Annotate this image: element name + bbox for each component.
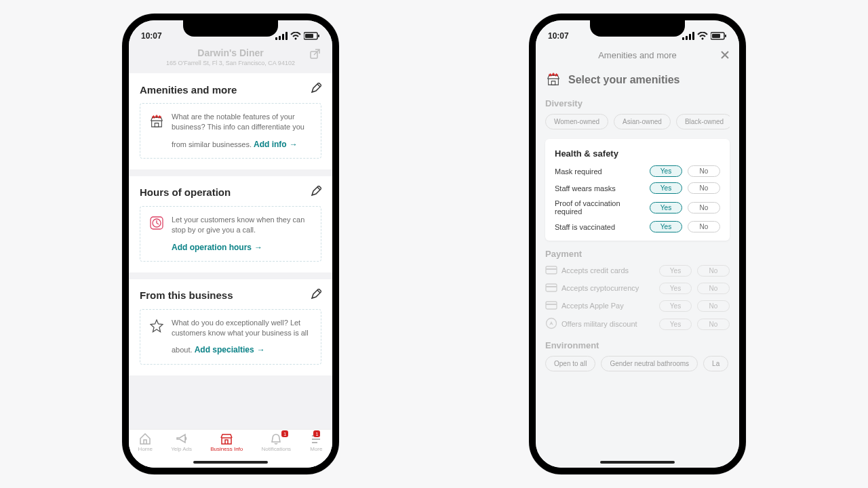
device-notch [590,20,685,37]
credit-card-icon [545,264,556,277]
mask-required-no[interactable]: No [688,165,720,177]
device-notch [183,20,278,37]
credit-card-icon [545,300,556,312]
military-yes[interactable]: Yes [659,319,692,330]
card-hours: Hours of operation Let your customers kn… [129,176,332,272]
tab-home-label: Home [138,446,153,452]
tab-home[interactable]: Home [138,432,153,452]
modal-title: Amenities and more [598,50,677,60]
chip-gender-neutral[interactable]: Gender neutral bathrooms [601,356,698,371]
proof-vax-no[interactable]: No [688,202,720,214]
staff-vax-yes[interactable]: Yes [650,221,682,232]
section-diversity: Diversity Women-owned Asian-owned Black-… [536,98,739,139]
military-no[interactable]: No [697,319,730,330]
tab-notifications[interactable]: 1 Notifications [262,432,292,452]
compass-icon [545,317,556,331]
wifi-icon [290,32,301,40]
label-mask-required: Mask required [555,167,602,176]
label-proof-vax: Proof of vaccination required [555,199,650,216]
from-empty-state: What do you do exceptionally well? Let c… [140,309,321,365]
signal-icon [275,32,288,40]
home-indicator[interactable] [193,461,268,464]
chip-asian-owned[interactable]: Asian-owned [614,114,671,129]
row-credit-cards: Accepts credit cards Yes No [545,264,730,277]
payment-title: Payment [545,249,730,259]
row-apple-pay: Accepts Apple Pay Yes No [545,300,730,312]
business-name: Darwin's Diner [138,47,323,58]
page-title-row: Select your amenities [536,67,739,98]
row-staff-masks: Staff wears masks Yes No [555,182,720,194]
add-hours-label: Add operation hours [172,242,252,253]
tab-more[interactable]: 1 More [309,432,323,452]
tab-business-info[interactable]: Business Info [210,432,243,452]
close-icon[interactable] [720,50,730,62]
label-apple-pay: Accepts Apple Pay [561,302,624,310]
battery-icon [304,32,320,40]
apple-pay-no[interactable]: No [697,300,730,312]
edit-amenities-icon[interactable] [311,83,321,96]
card-amenities: Amenities and more What are the notable … [129,73,332,169]
business-header: Darwin's Diner 165 O'Farrell St, Fl 3, S… [129,45,332,73]
credit-cards-yes[interactable]: Yes [659,265,692,277]
proof-vax-yes[interactable]: Yes [650,202,682,214]
chip-women-owned[interactable]: Women-owned [545,114,608,129]
business-address: 165 O'Farrell St, Fl 3, San Francisco, C… [138,60,323,66]
apple-pay-yes[interactable]: Yes [659,300,692,312]
mask-required-yes[interactable]: Yes [650,165,682,177]
phone-left: 10:07 Darwin's Diner 165 O'Farrell St, F… [122,14,339,474]
add-specialties-link[interactable]: Add specialties → [195,344,265,355]
tab-yelp-ads[interactable]: Yelp Ads [171,432,192,452]
card-from-business: From this business What do you do except… [129,279,332,375]
tab-notifications-label: Notifications [262,446,292,452]
row-military-discount: Offers military discount Yes No [545,317,730,331]
arrow-right-icon: → [290,139,298,150]
section-environment: Environment Open to all Gender neutral b… [536,340,739,381]
diversity-title: Diversity [545,98,730,108]
row-proof-vax: Proof of vaccination required Yes No [555,199,720,216]
card-amenities-title: Amenities and more [140,84,237,96]
modal-header: Amenities and more [536,45,739,67]
tab-yelpads-label: Yelp Ads [171,446,192,452]
storefront-icon [149,112,165,150]
credit-card-icon [545,282,556,294]
staff-vax-no[interactable]: No [688,221,720,232]
home-indicator[interactable] [600,461,675,464]
label-staff-vax: Staff is vaccinated [555,223,615,231]
wifi-icon [697,32,708,40]
card-hours-title: Hours of operation [140,186,231,198]
add-amenities-label: Add info [254,139,287,150]
status-time: 10:07 [548,31,569,41]
label-military-discount: Offers military discount [561,320,637,328]
chip-partial[interactable]: La [703,356,728,371]
staff-masks-yes[interactable]: Yes [650,182,682,194]
add-amenities-link[interactable]: Add info → [254,139,298,150]
external-link-icon[interactable] [309,49,320,62]
card-from-title: From this business [140,289,233,301]
label-crypto: Accepts cryptocurrency [561,284,639,292]
status-time: 10:07 [141,31,162,41]
credit-cards-no[interactable]: No [697,265,730,277]
notifications-badge: 1 [281,430,288,437]
crypto-no[interactable]: No [697,283,730,294]
chip-open-to-all[interactable]: Open to all [545,356,595,371]
health-title: Health & safety [555,148,720,159]
edit-hours-icon[interactable] [311,186,321,199]
add-specialties-label: Add specialties [195,344,254,355]
row-crypto: Accepts cryptocurrency Yes No [545,282,730,294]
label-credit-cards: Accepts credit cards [561,266,629,274]
phone-right: 10:07 Amenities and more Select your ame… [529,14,746,474]
environment-title: Environment [545,340,730,350]
tab-more-label: More [310,446,322,452]
staff-masks-no[interactable]: No [688,182,720,194]
row-staff-vax: Staff is vaccinated Yes No [555,221,720,232]
edit-from-icon[interactable] [311,289,321,302]
signal-icon [682,32,694,40]
crypto-yes[interactable]: Yes [659,283,692,294]
add-hours-link[interactable]: Add operation hours → [172,242,262,253]
label-staff-masks: Staff wears masks [555,184,616,192]
chip-black-owned[interactable]: Black-owned [676,114,730,129]
amenities-empty-state: What are the notable features of your bu… [140,103,321,159]
tab-bizinfo-label: Business Info [210,446,243,452]
section-payment: Payment Accepts credit cards Yes No Acce… [536,249,739,340]
storefront-icon [545,71,561,89]
